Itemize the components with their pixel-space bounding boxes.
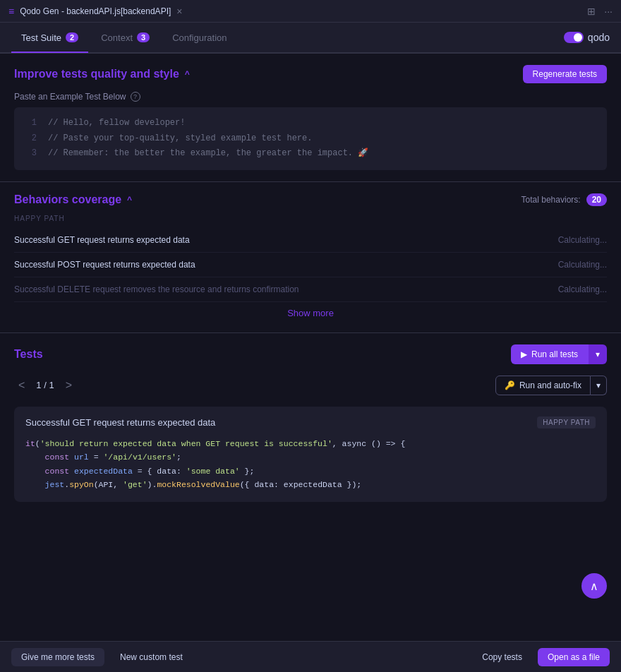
page-info: 1 / 1	[36, 380, 54, 390]
qodo-toggle[interactable]	[564, 32, 584, 43]
open-as-file-button[interactable]: Open as a file	[538, 648, 610, 666]
behavior-row-3: Successful DELETE request removes the re…	[14, 277, 607, 302]
qodo-logo: qodo	[564, 32, 610, 43]
test-code-line-3: const expectedData = { data: 'some data'…	[25, 464, 596, 479]
example-code-block[interactable]: 1 // Hello, fellow developer! 2 // Paste…	[14, 107, 607, 170]
improve-section: Improve tests quality and style ^ Regene…	[0, 54, 621, 182]
run-autofix-group: 🔑 Run and auto-fix ▾	[495, 376, 607, 395]
behavior-text-2: Successful POST request returns expected…	[14, 260, 195, 270]
tab-configuration-label: Configuration	[172, 32, 227, 43]
tab-test-suite-badge: 2	[66, 32, 78, 42]
tab-context-badge: 3	[137, 32, 150, 42]
more-options-icon[interactable]: ···	[604, 6, 613, 17]
behavior-status-3: Calculating...	[558, 284, 607, 294]
line-code-3: // Remember: the better the example, the…	[48, 146, 368, 162]
tests-section: Tests ▶ Run all tests ▾ < 1 / 1 > 🔑 Run …	[0, 333, 621, 522]
tab-test-suite[interactable]: Test Suite 2	[11, 23, 88, 53]
improve-title-text: Improve tests quality and style	[14, 68, 179, 80]
split-editor-icon[interactable]: ⊞	[587, 6, 596, 17]
qodo-wordmark: qodo	[588, 32, 610, 43]
give-more-tests-button[interactable]: Give me more tests	[11, 648, 104, 666]
page-next-button[interactable]: >	[61, 378, 76, 393]
run-all-tests-button[interactable]: ▶ Run all tests	[511, 344, 588, 364]
improve-chevron-icon[interactable]: ^	[185, 69, 190, 79]
wrench-icon: 🔑	[505, 380, 515, 390]
behavior-text-1: Successful GET request returns expected …	[14, 235, 190, 245]
run-autofix-button[interactable]: 🔑 Run and auto-fix	[495, 376, 591, 395]
info-icon[interactable]: ?	[131, 92, 140, 102]
line-code-2: // Paste your top-quality, styled exampl…	[48, 131, 312, 147]
tabbar: Test Suite 2 Context 3 Configuration qod…	[0, 23, 621, 54]
regenerate-tests-button[interactable]: Regenerate tests	[523, 65, 607, 83]
close-tab-icon[interactable]: ×	[176, 6, 182, 17]
run-all-button-group: ▶ Run all tests ▾	[511, 344, 607, 364]
page-prev-button[interactable]: <	[14, 378, 29, 393]
improve-section-header: Improve tests quality and style ^ Regene…	[14, 65, 607, 83]
test-code-line-2: const url = '/api/v1/users';	[25, 450, 596, 464]
behavior-text-3: Successful DELETE request removes the re…	[14, 284, 299, 294]
run-autofix-label: Run and auto-fix	[519, 380, 581, 390]
tab-configuration[interactable]: Configuration	[162, 23, 236, 53]
run-all-dropdown-button[interactable]: ▾	[588, 344, 607, 364]
chevron-up-icon: ∧	[590, 580, 598, 593]
behavior-row-1: Successful GET request returns expected …	[14, 228, 607, 253]
test-code-block: it('should return expected data when GET…	[25, 437, 596, 492]
tab-context[interactable]: Context 3	[91, 23, 159, 53]
behaviors-section: Behaviors coverage ^ Total behaviors: 20…	[0, 182, 621, 333]
run-all-label: Run all tests	[531, 349, 578, 359]
test-item: Successful GET request returns expected …	[14, 407, 607, 502]
paste-label-text: Paste an Example Test Below	[14, 92, 126, 102]
test-item-name: Successful GET request returns expected …	[25, 417, 215, 428]
total-behaviors: Total behaviors: 20	[521, 193, 607, 206]
bottombar: Give me more tests New custom test Copy …	[0, 641, 621, 672]
test-code-line-4: jest.spyOn(API, 'get').mockResolvedValue…	[25, 478, 596, 492]
code-line-3: 3 // Remember: the better the example, t…	[25, 146, 596, 162]
test-code-line-1: it('should return expected data when GET…	[25, 437, 596, 451]
line-num-3: 3	[25, 146, 37, 162]
show-more[interactable]: Show more	[14, 302, 607, 321]
happy-path-badge: HAPPY PATH	[537, 416, 596, 428]
category-happy-path: HAPPY PATH	[14, 215, 607, 222]
behaviors-title: Behaviors coverage ^	[14, 193, 132, 206]
main-content: Improve tests quality and style ^ Regene…	[0, 54, 621, 641]
tabs: Test Suite 2 Context 3 Configuration	[11, 23, 236, 52]
behavior-status-1: Calculating...	[558, 235, 607, 245]
behaviors-header: Behaviors coverage ^ Total behaviors: 20	[14, 193, 607, 206]
pagination-row: < 1 / 1 > 🔑 Run and auto-fix ▾	[14, 376, 607, 395]
tests-title: Tests	[14, 348, 43, 361]
total-behaviors-label: Total behaviors:	[521, 195, 581, 205]
play-icon: ▶	[521, 349, 527, 359]
menu-icon: ≡	[8, 6, 14, 17]
titlebar-title: Qodo Gen - backendAPI.js[backendAPI]	[20, 6, 171, 16]
autofix-dropdown-button[interactable]: ▾	[591, 376, 607, 395]
page-nav: < 1 / 1 >	[14, 378, 76, 393]
titlebar: ≡ Qodo Gen - backendAPI.js[backendAPI] ×…	[0, 0, 621, 23]
line-code-1: // Hello, fellow developer!	[48, 116, 185, 131]
behaviors-title-text: Behaviors coverage	[14, 193, 121, 206]
copy-tests-button[interactable]: Copy tests	[472, 648, 532, 666]
titlebar-right: ⊞ ···	[587, 6, 613, 17]
new-custom-test-button[interactable]: New custom test	[110, 648, 193, 666]
scroll-to-top-button[interactable]: ∧	[581, 573, 607, 599]
tests-header: Tests ▶ Run all tests ▾	[14, 344, 607, 364]
test-item-header: Successful GET request returns expected …	[25, 416, 596, 428]
code-line-2: 2 // Paste your top-quality, styled exam…	[25, 131, 596, 147]
tab-context-label: Context	[101, 32, 133, 43]
behavior-row-2: Successful POST request returns expected…	[14, 253, 607, 277]
show-more-link[interactable]: Show more	[287, 308, 334, 318]
paste-label: Paste an Example Test Below ?	[14, 92, 607, 102]
improve-section-title: Improve tests quality and style ^	[14, 68, 190, 80]
tab-test-suite-label: Test Suite	[21, 32, 61, 43]
behavior-status-2: Calculating...	[558, 260, 607, 270]
line-num-1: 1	[25, 116, 37, 131]
code-line-1: 1 // Hello, fellow developer!	[25, 116, 596, 131]
titlebar-left: ≡ Qodo Gen - backendAPI.js[backendAPI] ×	[8, 6, 182, 17]
behaviors-chevron-icon[interactable]: ^	[127, 195, 132, 205]
line-num-2: 2	[25, 131, 37, 147]
total-behaviors-count: 20	[586, 193, 607, 206]
